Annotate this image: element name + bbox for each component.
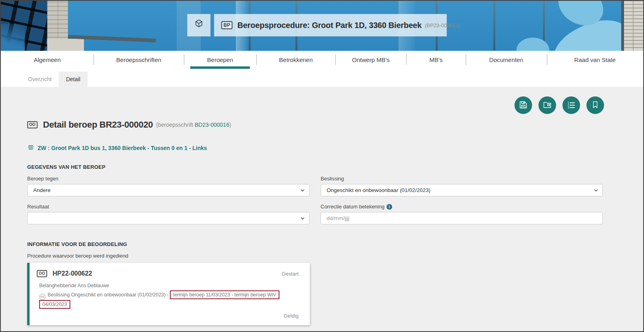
numbered-list-icon: 1 2 3 bbox=[566, 100, 576, 111]
bookmark-button[interactable] bbox=[586, 96, 604, 114]
tab-ontwerp-mbs[interactable]: Ontwerp MB's bbox=[335, 51, 407, 68]
tab-algemeen[interactable]: Algemeen bbox=[1, 51, 94, 68]
chevron-down-icon bbox=[593, 188, 599, 194]
address-link[interactable]: ZW : Groot Park 1D bus 1, 3360 Bierbeek … bbox=[38, 145, 207, 151]
beslissing-label: Beslissing bbox=[321, 176, 603, 182]
status-gestart: Gestart bbox=[281, 271, 299, 277]
beslissing-line: BSBeslissing Ongeschikt en onbewoonbaar … bbox=[39, 290, 299, 310]
sub-tabbar: Overzicht Detail bbox=[1, 68, 643, 87]
resultaat-label: Resultaat bbox=[27, 204, 309, 210]
beroep-tegen-label: Beroep tegen bbox=[27, 176, 309, 182]
procedure-label: Procedure waarvoor beroep werd ingediend bbox=[27, 253, 643, 259]
section-gegevens: GEGEVENS VAN HET BEROEP bbox=[27, 164, 643, 170]
procedure-title: Beroepsprocedure: Groot Park 1D, 3360 Bi… bbox=[237, 21, 422, 30]
status-geldig: Geldig bbox=[37, 313, 299, 319]
annotation-box-termijn: termijn beroep 11/03/2023 - termijn bero… bbox=[170, 290, 279, 299]
subtab-detail[interactable]: Detail bbox=[59, 72, 88, 87]
oo-badge: OO bbox=[37, 270, 47, 277]
belanghebbende-line: Belanghebbende Ans Deblauwe bbox=[39, 283, 299, 288]
beslissing-select[interactable]: Ongeschikt en onbewoonbaar (01/02/2023) bbox=[321, 184, 603, 196]
tab-raad-van-state[interactable]: Raad van State bbox=[547, 51, 643, 68]
tab-beroepen[interactable]: Beroepen bbox=[184, 51, 257, 68]
dossier-type-button[interactable] bbox=[187, 14, 210, 36]
subtab-overzicht[interactable]: Overzicht bbox=[21, 72, 59, 87]
save-icon bbox=[518, 100, 528, 111]
procedure-card[interactable]: OO HP22-000622 Gestart Belanghebbende An… bbox=[27, 263, 310, 325]
tab-beroepsschriften[interactable]: Beroepsschriften bbox=[94, 51, 183, 68]
folder-button[interactable] bbox=[538, 96, 556, 114]
beroepsschrift-link[interactable]: BD23-000016 bbox=[195, 122, 229, 128]
tab-betrokkenen[interactable]: Betrokkenen bbox=[256, 51, 335, 68]
bs-badge: BS bbox=[39, 294, 46, 300]
section-informatie: INFORMATIE VOOR DE BEOORDELING bbox=[27, 241, 643, 247]
folder-icon bbox=[542, 100, 552, 111]
brick-wall bbox=[624, 1, 643, 51]
info-icon[interactable]: i bbox=[387, 204, 392, 210]
cube-icon bbox=[193, 18, 205, 32]
address-row: ZW : Groot Park 1D bus 1, 3360 Bierbeek … bbox=[27, 144, 643, 152]
hero-title-bar: BP Beroepsprocedure: Groot Park 1D, 3360… bbox=[187, 14, 447, 36]
annotation-box-datum: 04/03/2023 bbox=[39, 300, 70, 309]
detail-content: 1 2 3 OO Detail beroep BR23-000020 (bero bbox=[1, 87, 643, 332]
hero-banner: BP Beroepsprocedure: Groot Park 1D, 3360… bbox=[1, 1, 643, 51]
page-title: Detail beroep BR23-000020 bbox=[43, 120, 153, 130]
bookmark-icon bbox=[591, 100, 600, 110]
chevron-down-icon bbox=[300, 216, 305, 222]
correctie-label: Correctie datum betekening bbox=[321, 204, 385, 210]
procedure-reference: (BP23-000012) bbox=[425, 22, 460, 28]
main-tabbar: Algemeen Beroepsschriften Beroepen Betro… bbox=[1, 51, 643, 68]
numbered-list-button[interactable]: 1 2 3 bbox=[562, 96, 580, 114]
action-buttons: 1 2 3 bbox=[1, 87, 643, 114]
tab-documenten[interactable]: Documenten bbox=[466, 51, 547, 68]
page-title-row: OO Detail beroep BR23-000020 (beroepssch… bbox=[27, 120, 643, 130]
procedure-number: HP22-000622 bbox=[53, 270, 92, 277]
layers-icon bbox=[27, 144, 34, 152]
svg-text:3: 3 bbox=[568, 106, 569, 109]
tab-mbs[interactable]: MB's bbox=[406, 51, 466, 68]
bp-badge: BP bbox=[221, 21, 233, 29]
correctie-datum-input[interactable] bbox=[321, 212, 603, 224]
save-button[interactable] bbox=[514, 96, 532, 114]
resultaat-select[interactable] bbox=[27, 212, 309, 224]
oo-badge: OO bbox=[27, 121, 38, 128]
chevron-down-icon bbox=[300, 188, 305, 194]
beroep-form: Beroep tegen Andere Beslissing Ongeschik… bbox=[27, 176, 603, 224]
app-window: BP Beroepsprocedure: Groot Park 1D, 3360… bbox=[0, 0, 644, 332]
beroep-tegen-select[interactable]: Andere bbox=[27, 184, 309, 196]
